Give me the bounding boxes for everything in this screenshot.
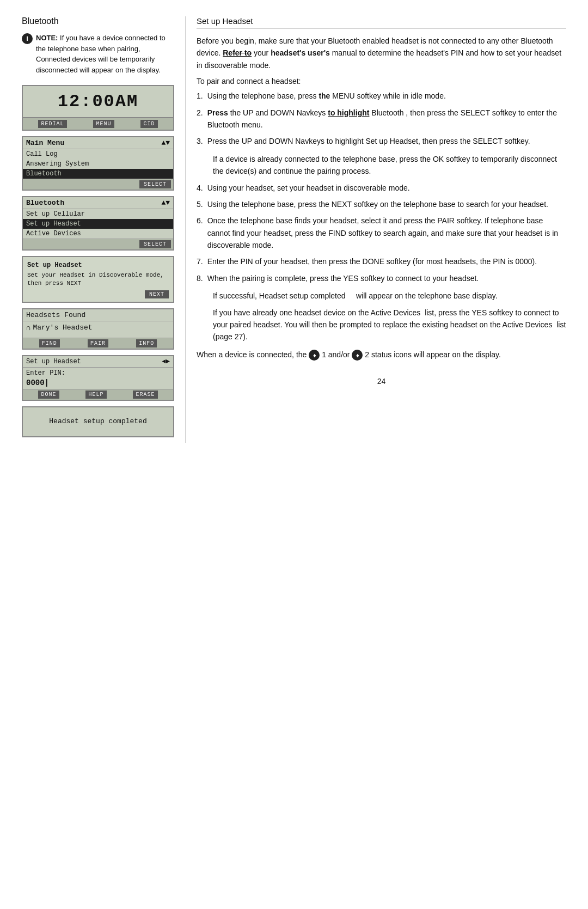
section-title: Set up Headset [197,16,566,28]
step-1-content: Using the telephone base, press the MENU… [207,90,566,102]
step-3: 3. Press the UP and DOWN Navkeys to high… [197,135,566,147]
menu-item-headset[interactable]: Set up Headset [23,219,173,229]
menu-item-cellular[interactable]: Set up Cellular [23,209,173,219]
lcd-bluetooth-menu: Bluetooth ▲▼ Set up Cellular Set up Head… [22,196,174,251]
steps-list-2: 4. Using your headset, set your headset … [197,182,566,285]
menu-item-calllog[interactable]: Call Log [23,149,173,159]
lcd-headsets-found: Headsets Found ∩ Mary's Headset FIND PAI… [22,308,174,350]
note-text: NOTE: If you have a device connected to … [36,33,174,75]
step-2-num: 2. [197,107,203,131]
setup-next-btn[interactable]: NEXT [145,290,169,298]
refer-to-strikethrough: Refer to [223,48,252,57]
headset-item-name: Mary's Headset [33,324,92,332]
step-6-content: Once the telephone base finds your heads… [207,215,566,251]
softkey-cid[interactable]: CID [140,120,157,128]
steps-list: 1. Using the telephone base, press the M… [197,90,566,148]
step-4-num: 4. [197,182,203,194]
bt-icon-2: ⬧ [352,350,363,361]
pair-heading: To pair and connect a headset: [197,77,566,86]
intro-text-2: your headset's user's manual to determin… [197,48,561,69]
main-menu-arrow: ▲▼ [161,139,170,147]
note-box: i NOTE: If you have a device connected t… [22,33,174,75]
lcd-main-menu: Main Menu ▲▼ Call Log Answering System B… [22,136,174,191]
step-5: 5. Using the telephone base, press the N… [197,198,566,210]
lcd-time-screen: 12:00AM [22,85,174,118]
lcd-pin-label: Enter PIN: [23,368,173,379]
footer-text: When a device is connected, the ⬧ 1 and/… [197,349,566,361]
headset-icon: ∩ [26,324,30,332]
softkey-info[interactable]: INFO [136,339,157,347]
lcd-pin-value: 0000| [23,379,173,389]
main-menu-select-btn[interactable]: SELECT [139,180,171,188]
lcd-completed-screen: Headset setup completed [22,406,174,437]
lcd-setup-note-text: Set your Headset in Discoverable mode, t… [27,271,169,288]
right-column: Set up Headset Before you begin, make su… [185,16,566,443]
step-2-content: Press the UP and DOWN Navkeys to highlig… [207,107,566,131]
step-3-content: Press the UP and DOWN Navkeys to highlig… [207,135,566,147]
page-number: 24 [197,371,566,386]
softkey-help[interactable]: HELP [85,391,106,399]
pin-header-title: Set up Headset [26,358,81,365]
softkey-erase[interactable]: ERASE [133,391,157,399]
softkey-redial[interactable]: REDIAL [38,120,66,128]
lcd-bluetooth-menu-header: Bluetooth ▲▼ [23,197,173,209]
info-icon: i [22,33,33,44]
bluetooth-menu-arrow: ▲▼ [161,199,170,207]
menu-item-bluetooth[interactable]: Bluetooth [23,169,173,179]
lcd-time-value: 12:00AM [27,91,169,112]
page-title: Bluetooth [22,16,174,26]
footer-num-2: 2 status icons will appear on the displa… [365,350,501,359]
lcd-pin-entry: Set up Headset ◄► Enter PIN: 0000| DONE … [22,355,174,401]
step-8-num: 8. [197,272,203,284]
intro-paragraph: Before you begin, make sure that your Bl… [197,35,566,71]
bluetooth-menu-softkey-row: SELECT [23,239,173,249]
lcd-softkeys-row: REDIAL MENU CID [22,118,174,131]
softkey-menu[interactable]: MENU [93,120,114,128]
bt-icon-1: ⬧ [309,350,320,361]
indented-note-3: If you have already one headset device o… [213,307,566,343]
step-8-content: When the pairing is complete, press the … [207,272,566,284]
pin-softkeys-row: DONE HELP ERASE [23,389,173,400]
left-column: Bluetooth i NOTE: If you have a device c… [22,16,185,443]
indented-note-2: If successful, Headset setup completed w… [213,290,566,302]
main-menu-softkey-row: SELECT [23,179,173,190]
note-prefix: NOTE: [36,34,58,42]
headsets-found-header: Headsets Found [23,309,173,321]
footer-num-1: 1 and/or [322,350,352,359]
bluetooth-select-btn[interactable]: SELECT [139,240,171,248]
completed-text: Headset setup completed [49,417,146,425]
step-1: 1. Using the telephone base, press the M… [197,90,566,102]
lcd-setup-note: Set up Headset Set your Headset in Disco… [22,256,174,303]
step-8: 8. When the pairing is complete, press t… [197,272,566,284]
step-5-num: 5. [197,198,203,210]
step-7: 7. Enter the PIN of your headset, then p… [197,255,566,267]
headset-softkeys-row: FIND PAIR INFO [23,338,173,349]
indented-note-1: If a device is already connected to the … [213,153,566,178]
step-6-num: 6. [197,215,203,251]
step-6: 6. Once the telephone base finds your he… [197,215,566,251]
step-2: 2. Press the UP and DOWN Navkeys to high… [197,107,566,131]
step-5-content: Using the telephone base, press the NEXT… [207,198,566,210]
headset-item-marys[interactable]: ∩ Mary's Headset [23,321,173,334]
step-1-num: 1. [197,90,203,102]
softkey-find[interactable]: FIND [39,339,60,347]
menu-item-active-devices[interactable]: Active Devices [23,229,173,239]
step-4: 4. Using your headset, set your headset … [197,182,566,194]
menu-item-answering[interactable]: Answering System [23,159,173,169]
step-4-content: Using your headset, set your headset in … [207,182,566,194]
setup-softkey-row: NEXT [27,290,169,298]
step-3-num: 3. [197,135,203,147]
softkey-pair[interactable]: PAIR [88,339,108,347]
main-menu-title: Main Menu [26,139,64,147]
step-7-num: 7. [197,255,203,267]
bluetooth-menu-title: Bluetooth [26,199,64,207]
lcd-setup-note-header: Set up Headset [27,261,169,269]
lcd-pin-header: Set up Headset ◄► [23,356,173,368]
step-7-content: Enter the PIN of your headset, then pres… [207,255,566,267]
softkey-done[interactable]: DONE [38,391,59,399]
lcd-main-menu-header: Main Menu ▲▼ [23,137,173,149]
pin-header-arrow: ◄► [162,358,170,365]
